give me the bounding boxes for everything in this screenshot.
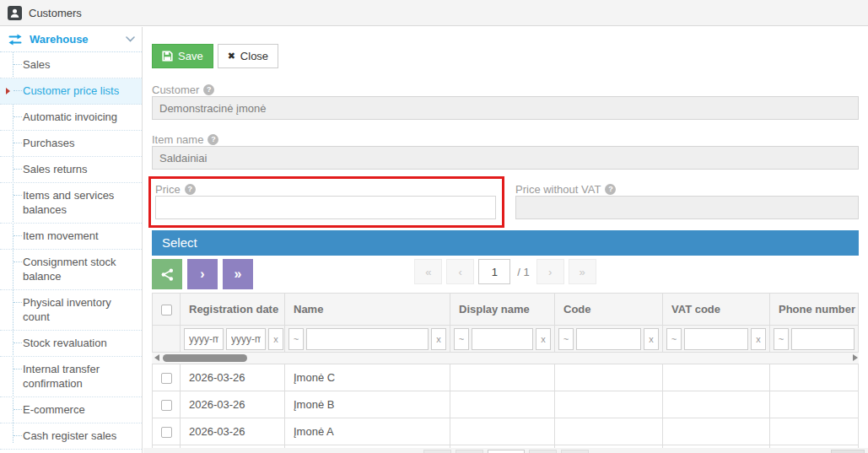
pagination: « ‹ / 1 › » xyxy=(152,259,859,284)
table-row[interactable]: 2026-03-26 Įmonė B xyxy=(153,391,859,418)
sidebar-item-internal-transfer-confirmation[interactable]: Internal transfer confirmation xyxy=(0,357,142,397)
cell-code xyxy=(555,364,663,391)
help-icon[interactable]: ? xyxy=(208,134,218,145)
row-checkbox[interactable] xyxy=(161,400,172,411)
help-icon[interactable]: ? xyxy=(203,84,214,95)
scroll-right-arrow-icon[interactable] xyxy=(853,354,858,361)
scroll-left-arrow-icon[interactable] xyxy=(154,354,159,361)
row-checkbox[interactable] xyxy=(161,427,172,438)
sidebar-item-cash-register-sales[interactable]: Cash register sales xyxy=(0,423,142,450)
customer-label: Customer xyxy=(152,84,199,96)
top-bar: Customers xyxy=(0,0,868,26)
column-header-display-name[interactable]: Display name xyxy=(450,294,555,326)
bottom-bar-right-button[interactable] xyxy=(831,450,865,453)
clear-filter-button[interactable]: x xyxy=(268,328,283,350)
bottom-pagination-button[interactable] xyxy=(561,450,589,453)
filter-name-input[interactable] xyxy=(306,328,429,350)
column-header-vat-code[interactable]: VAT code xyxy=(663,294,770,326)
close-button[interactable]: ✖ Close xyxy=(218,44,278,68)
sidebar-item-label: Automatic invoicing xyxy=(23,111,117,123)
bottom-pagination-button[interactable] xyxy=(456,450,483,453)
close-label: Close xyxy=(240,50,268,62)
sidebar-item-label: Items and services balances xyxy=(23,189,114,216)
pagination-first-button[interactable]: « xyxy=(414,259,442,284)
clear-filter-button[interactable]: x xyxy=(644,328,659,350)
sidebar-item-purchases[interactable]: Purchases xyxy=(0,131,142,157)
cell-phone-number xyxy=(770,391,859,418)
item-name-label: Item name xyxy=(152,133,203,146)
sidebar-item-e-commerce[interactable]: E-commerce xyxy=(0,397,142,423)
sidebar-item-label: Item movement xyxy=(23,229,99,242)
item-name-field-label: Item name ? xyxy=(152,132,859,146)
sidebar-item-stock-revaluation[interactable]: Stock revaluation xyxy=(0,331,142,357)
sidebar-item-item-movement[interactable]: Item movement xyxy=(0,224,142,250)
scrollbar-thumb[interactable] xyxy=(163,354,247,362)
filter-code-input[interactable] xyxy=(576,328,641,350)
column-header-code[interactable]: Code xyxy=(555,294,663,326)
cell-display-name xyxy=(450,418,555,445)
sidebar-item-sales[interactable]: Sales xyxy=(0,52,142,78)
sidebar-item-sales-returns[interactable]: Sales returns xyxy=(0,157,142,183)
price-without-vat-column: Price without VAT ? xyxy=(515,176,859,219)
pagination-prev-button[interactable]: ‹ xyxy=(446,259,474,284)
filter-vat-code-input[interactable] xyxy=(684,328,748,350)
filter-registration-date-from[interactable] xyxy=(184,328,224,350)
column-header-registration-date[interactable]: Registration date xyxy=(181,294,285,326)
sidebar-item-automatic-invoicing[interactable]: Automatic invoicing xyxy=(0,105,142,131)
filter-phone-number-input[interactable] xyxy=(791,328,855,350)
filter-display-name-input[interactable] xyxy=(472,328,533,350)
bottom-pagination-button[interactable] xyxy=(529,450,557,453)
sidebar-item-customers[interactable]: Customers xyxy=(0,0,143,26)
form-toolbar: Save ✖ Close xyxy=(152,44,859,68)
save-button[interactable]: Save xyxy=(152,44,213,68)
column-header-name[interactable]: Name xyxy=(285,294,450,326)
price-field[interactable] xyxy=(155,196,496,219)
clear-filter-button[interactable]: x xyxy=(536,328,551,350)
select-all-checkbox[interactable] xyxy=(161,305,172,315)
cell-registration-date: 2026-03-26 xyxy=(181,391,285,418)
price-row: Price ? Price without VAT ? xyxy=(148,176,859,228)
pagination-last-button[interactable]: » xyxy=(569,259,596,284)
transfer-arrows-icon xyxy=(8,34,23,46)
last-page-icon: » xyxy=(580,266,585,278)
filter-operator-button[interactable]: ~ xyxy=(288,328,304,350)
sidebar-item-warehouse[interactable]: Warehouse xyxy=(0,27,142,52)
cell-phone-number xyxy=(770,364,859,391)
cell-display-name xyxy=(450,364,555,391)
sidebar-item-label: Purchases xyxy=(23,137,74,149)
table-row[interactable]: 2026-03-26 Įmonė A xyxy=(153,418,859,445)
bottom-pagination-button[interactable] xyxy=(423,450,451,453)
cell-phone-number xyxy=(770,418,859,445)
filter-operator-button[interactable]: ~ xyxy=(454,328,469,350)
clear-filter-button[interactable]: x xyxy=(431,328,446,350)
filter-operator-button[interactable]: ~ xyxy=(558,328,574,350)
customer-field-label: Customer ? xyxy=(152,83,859,96)
help-icon[interactable]: ? xyxy=(605,184,616,195)
price-highlight-box: Price ? xyxy=(148,176,504,228)
bottom-page-number-input[interactable] xyxy=(488,450,525,453)
page-number-input[interactable] xyxy=(478,259,510,284)
pagination-next-button[interactable]: › xyxy=(536,259,564,284)
price-without-vat-field xyxy=(515,196,859,219)
sidebar-item-customer-price-lists[interactable]: Customer price lists xyxy=(0,78,142,105)
sidebar-item-consignment-stock-balance[interactable]: Consignment stock balance xyxy=(0,250,142,290)
table-row[interactable]: 2026-03-26 Įmonė C xyxy=(153,364,859,391)
sidebar-item-label: Sales returns xyxy=(23,163,88,175)
clear-filter-button[interactable]: x xyxy=(751,328,766,350)
customers-label: Customers xyxy=(29,7,82,19)
column-header-phone-number[interactable]: Phone number xyxy=(770,294,859,326)
sidebar-item-label: Customer price lists xyxy=(23,84,119,97)
cell-registration-date: 2026-03-26 xyxy=(181,364,285,391)
cell-name: Įmonė C xyxy=(285,364,450,391)
cell-display-name xyxy=(450,391,555,418)
cell-vat-code xyxy=(663,391,770,418)
row-checkbox[interactable] xyxy=(161,373,172,384)
sidebar-item-physical-inventory-count[interactable]: Physical inventory count xyxy=(0,290,142,331)
filter-operator-button[interactable]: ~ xyxy=(774,328,789,350)
item-name-field xyxy=(152,146,859,170)
sidebar-item-items-and-services-balances[interactable]: Items and services balances xyxy=(0,183,142,224)
filter-registration-date-to[interactable] xyxy=(226,328,266,350)
help-icon[interactable]: ? xyxy=(185,184,196,195)
cell-name: Įmonė A xyxy=(285,418,450,445)
filter-operator-button[interactable]: ~ xyxy=(666,328,682,350)
